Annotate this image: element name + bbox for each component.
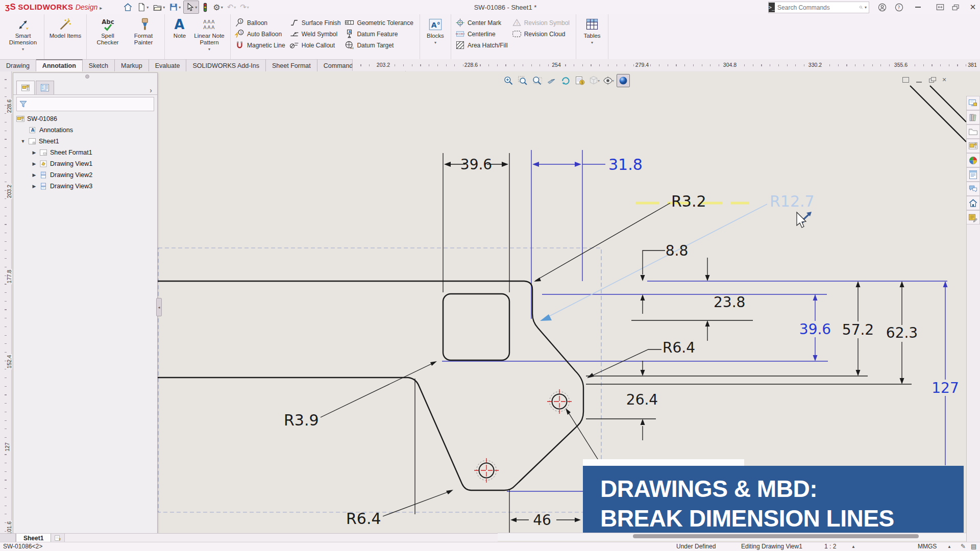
appearances-button[interactable] (967, 153, 980, 167)
datum-feature-button[interactable]: ADatum Feature (344, 29, 416, 39)
blocks-button[interactable]: A° Blocks ▾ (423, 16, 448, 57)
home-button[interactable] (121, 1, 134, 13)
panel-splitter-handle[interactable]: ◂ (156, 298, 162, 316)
close-document-icon[interactable]: × (942, 76, 946, 84)
tab-sheet-format[interactable]: Sheet Format (266, 59, 317, 71)
tree-filter-field[interactable] (16, 97, 154, 111)
linear-note-pattern-button[interactable]: AAAAAA Linear Note Pattern ▾ (191, 16, 227, 57)
revision-cloud-button[interactable]: Revision Cloud (511, 29, 573, 39)
format-painter-button[interactable]: Format Painter (126, 16, 161, 57)
search-input[interactable] (775, 4, 859, 11)
home-pane-button[interactable] (967, 196, 980, 210)
centerline-button[interactable]: Centerline (454, 29, 511, 39)
dim-r6-4-mid[interactable]: R6.4 (663, 339, 695, 356)
custom-properties-button[interactable] (967, 167, 980, 182)
add-sheet-button[interactable] (51, 534, 65, 542)
tree-item-sheet1[interactable]: ▼ Sheet1 (13, 136, 157, 147)
redo-button[interactable]: ↷▾ (238, 1, 251, 13)
zoom-to-selection-button[interactable] (531, 74, 543, 87)
search-commands-box[interactable]: >_ ▾ (768, 2, 869, 13)
auto-balloon-button[interactable]: 1Auto Balloon (234, 29, 288, 39)
comments-button[interactable] (967, 182, 980, 196)
panel-grip[interactable] (85, 74, 89, 79)
hole-top[interactable] (547, 389, 572, 414)
tree-item-drawing-view2[interactable]: ▶ Drawing View2 (13, 169, 157, 181)
balloon-button[interactable]: 1Balloon (234, 17, 288, 28)
inspection-button[interactable] (967, 210, 980, 224)
dim-r3-2[interactable]: R3.2 (671, 192, 706, 210)
search-icon[interactable] (859, 4, 863, 11)
tables-dropdown-icon[interactable]: ▾ (591, 40, 593, 45)
tab-solidworks-add-ins[interactable]: SOLIDWORKS Add-Ins (186, 59, 266, 71)
dim-8-8[interactable]: 8.8 (666, 242, 689, 259)
panel-expand-icon[interactable]: › (150, 86, 152, 94)
undo-button[interactable]: ↶▾ (226, 1, 238, 13)
help-button[interactable]: ? (892, 0, 905, 14)
3d-drawing-view-button[interactable]: $ (574, 74, 586, 87)
view-boundary[interactable] (158, 248, 601, 512)
units-dropdown-icon[interactable]: ▲ (947, 544, 951, 549)
geometric-tolerance-button[interactable]: Geometric Tolerance (344, 17, 416, 28)
tab-sketch[interactable]: Sketch (83, 59, 115, 71)
status-units[interactable]: MMGS (918, 543, 937, 550)
linear-note-pattern-dropdown-icon[interactable]: ▾ (208, 47, 210, 52)
zoom-to-area-button[interactable] (517, 74, 529, 87)
design-library-button[interactable] (967, 110, 980, 124)
area-hatch-button[interactable]: Area Hatch/Fill (454, 40, 511, 51)
tables-button[interactable]: Tables ▾ (579, 16, 605, 57)
dim-57-2[interactable]: 57.2 (842, 321, 874, 338)
tree-item-drawing-view1[interactable]: ▶ Drawing View1 (13, 158, 157, 169)
part-outline[interactable] (153, 281, 583, 490)
minimize-button[interactable] (912, 0, 924, 14)
display-pane-tab[interactable] (36, 81, 54, 94)
hole-callout-button[interactable]: Hole Callout (288, 40, 344, 51)
horizontal-scrollbar-thumb[interactable] (633, 534, 919, 538)
minimize-document-icon[interactable] (916, 77, 922, 83)
smart-dimension-button[interactable]: Smart Dimension ▾ (5, 16, 41, 57)
rotate-view-button[interactable] (559, 74, 572, 87)
dim-26-4[interactable]: 26.4 (626, 391, 658, 408)
dim-31-8[interactable]: 31.8 (608, 156, 643, 173)
tab-annotation[interactable]: Annotation (36, 59, 83, 71)
surface-finish-button[interactable]: Surface Finish (288, 17, 344, 28)
expand-icon[interactable]: ▶ (32, 150, 37, 155)
dock-pane-icon[interactable] (902, 77, 909, 83)
dim-23-8[interactable]: 23.8 (714, 294, 745, 311)
restore-document-icon[interactable] (929, 77, 935, 82)
hide-show-items-button[interactable]: ▾ (602, 74, 615, 87)
dim-r6-4-bottom[interactable]: R6.4 (346, 510, 381, 528)
view-palette-button[interactable] (967, 139, 980, 153)
dim-127[interactable]: 127 (932, 380, 959, 396)
view-settings-button[interactable] (617, 74, 630, 87)
tree-item-annotations[interactable]: A Annotations (13, 124, 157, 136)
square-cutout[interactable] (443, 294, 509, 360)
select-tool-button[interactable]: ▾ (183, 1, 199, 14)
dim-39-6-vertical[interactable]: 39.6 (799, 321, 831, 338)
new-document-button[interactable]: ▾ (135, 1, 150, 13)
solidworks-resources-button[interactable] (967, 96, 980, 110)
search-dropdown-icon[interactable]: ▾ (865, 5, 867, 10)
scale-dropdown-icon[interactable]: ▲ (851, 544, 855, 549)
weld-symbol-button[interactable]: Weld Symbol (288, 29, 344, 39)
expand-icon[interactable]: ▶ (32, 172, 37, 178)
performance-button[interactable] (200, 1, 210, 13)
restore-button[interactable] (949, 0, 962, 14)
user-profile-button[interactable] (875, 0, 889, 14)
close-button[interactable]: ✕ (967, 0, 979, 14)
spell-checker-button[interactable]: Abc Spell Checker (90, 16, 126, 57)
detail-pane-icon[interactable]: ▤ (971, 543, 976, 550)
display-style-button[interactable]: ▾ (588, 74, 600, 87)
smart-dimension-dropdown-icon[interactable]: ▾ (22, 47, 24, 52)
markup-pen-icon[interactable]: ✎ (961, 543, 966, 550)
dim-46[interactable]: 46 (533, 512, 551, 529)
dim-39-6-top[interactable]: 39.6 (460, 156, 492, 173)
zoom-to-fit-button[interactable] (502, 74, 514, 87)
sheet1-tab[interactable]: Sheet1 (16, 534, 51, 542)
model-items-button[interactable]: Model Items (47, 16, 83, 57)
feature-tree-tab[interactable] (16, 81, 35, 94)
revision-symbol-button[interactable]: 1Revision Symbol (511, 17, 573, 28)
tab-drawing[interactable]: Drawing (0, 59, 36, 71)
logo-expand-icon[interactable]: ▸ (100, 5, 102, 11)
dim-r12-7-preview[interactable]: R12.7 (770, 192, 815, 210)
tree-item-sheet-format1[interactable]: ▶ Sheet Format1 (13, 147, 157, 158)
